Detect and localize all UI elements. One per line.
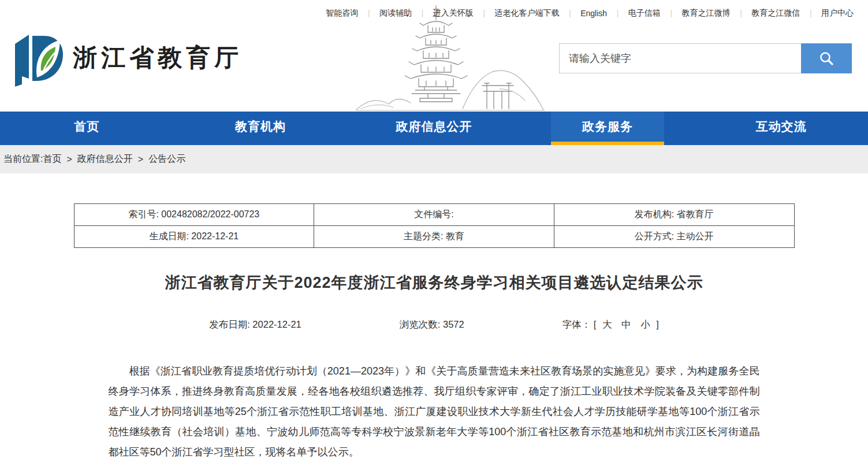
breadcrumb-separator: >: [66, 154, 72, 165]
divider: ｜: [566, 8, 573, 18]
nav-item-interaction[interactable]: 互动交流: [694, 112, 868, 145]
nav-item-education-institutions[interactable]: 教育机构: [174, 112, 348, 145]
font-size-medium-button[interactable]: 中: [621, 319, 631, 329]
site-header: 智能咨询 ｜ 阅读辅助 ｜ 进入关怀版 ｜ 适老化客户端下载 ｜ English…: [0, 0, 868, 112]
font-size-control: 字体： [ 大 中 小 ]: [562, 318, 659, 331]
search-button[interactable]: [801, 43, 852, 73]
divider: ｜: [480, 8, 488, 18]
divider: ｜: [419, 8, 426, 18]
breadcrumb-home[interactable]: 首页: [43, 153, 61, 165]
divider: ｜: [668, 8, 675, 18]
doc-topic-category: 主题分类: 教育: [314, 226, 554, 248]
font-size-small-button[interactable]: 小: [640, 319, 650, 329]
utility-link-weibo[interactable]: 教育之江微博: [675, 8, 737, 18]
site-name: 浙江省教育厅: [73, 42, 243, 74]
utility-link-smart-consult[interactable]: 智能咨询: [319, 8, 365, 18]
divider: ｜: [614, 8, 621, 18]
main-nav: 首页 教育机构 政府信息公开 政务服务 互动交流: [0, 112, 868, 145]
search-icon: [819, 51, 834, 66]
breadcrumb-government-info[interactable]: 政府信息公开: [77, 153, 133, 165]
nav-item-government-services[interactable]: 政务服务: [521, 112, 695, 145]
divider: ｜: [365, 8, 372, 18]
utility-link-elder-client-download[interactable]: 适老化客户端下载: [487, 8, 566, 18]
nav-item-home[interactable]: 首页: [0, 112, 174, 145]
doc-file-number: 文件编号:: [314, 204, 554, 226]
nav-label: 互动交流: [756, 118, 807, 135]
font-size-label: 字体：: [562, 319, 591, 329]
utility-link-email[interactable]: 电子信箱: [621, 8, 668, 18]
nav-item-government-info-disclosure[interactable]: 政府信息公开: [347, 112, 521, 145]
doc-index-number: 索引号: 002482082/2022-00723: [74, 204, 314, 226]
utility-link-user-center[interactable]: 用户中心: [814, 8, 860, 18]
utility-link-wechat[interactable]: 教育之江微信: [744, 8, 807, 18]
bracket: ]: [656, 319, 659, 329]
publish-date: 发布日期: 2022-12-21: [209, 318, 301, 331]
divider: ｜: [737, 8, 745, 18]
nav-label: 教育机构: [235, 118, 286, 135]
utility-link-care-version[interactable]: 进入关怀版: [426, 8, 480, 18]
breadcrumb: 当前位置: 首页 > 政府信息公开 > 公告公示: [0, 145, 868, 173]
table-row: 生成日期: 2022-12-21 主题分类: 教育 公开方式: 主动公开: [74, 226, 794, 248]
publish-date-label: 发布日期:: [209, 319, 250, 329]
site-search: [559, 43, 852, 73]
doc-disclosure-method: 公开方式: 主动公开: [554, 226, 794, 248]
document-info-table: 索引号: 002482082/2022-00723 文件编号: 发布机构: 省教…: [74, 203, 795, 248]
divider: ｜: [807, 8, 814, 18]
utility-bar: 智能咨询 ｜ 阅读辅助 ｜ 进入关怀版 ｜ 适老化客户端下载 ｜ English…: [319, 8, 860, 18]
nav-label: 政府信息公开: [396, 118, 472, 135]
page-title: 浙江省教育厅关于2022年度浙江省服务终身学习相关项目遴选认定结果公示: [0, 272, 868, 293]
view-count: 浏览次数: 3572: [400, 318, 464, 331]
article-meta: 发布日期: 2022-12-21 浏览次数: 3572 字体： [ 大 中 小 …: [0, 318, 868, 331]
book-leaf-logo-icon: [9, 29, 67, 87]
publish-date-value: 2022-12-21: [252, 319, 301, 329]
utility-link-reading-aid[interactable]: 阅读辅助: [372, 8, 419, 18]
view-count-value: 3572: [443, 319, 464, 329]
doc-issuing-agency: 发布机构: 省教育厅: [554, 204, 794, 226]
bracket: [: [594, 319, 597, 329]
breadcrumb-separator: >: [138, 154, 143, 165]
doc-creation-date: 生成日期: 2022-12-21: [74, 226, 314, 248]
font-size-large-button[interactable]: 大: [602, 319, 612, 329]
breadcrumb-announcements[interactable]: 公告公示: [148, 153, 185, 165]
nav-label: 政务服务: [582, 118, 633, 135]
table-row: 索引号: 002482082/2022-00723 文件编号: 发布机构: 省教…: [74, 204, 794, 226]
utility-link-english[interactable]: English: [573, 9, 614, 18]
search-input[interactable]: [559, 43, 801, 73]
site-logo[interactable]: 浙江省教育厅: [9, 29, 243, 87]
article-body-paragraph: 根据《浙江省职业教育提质培优行动计划（2021—2023年）》和《关于高质量营造…: [109, 361, 760, 462]
breadcrumb-prefix: 当前位置:: [3, 153, 43, 165]
view-count-label: 浏览次数:: [400, 319, 441, 329]
pagoda-illustration: [355, 2, 546, 111]
nav-label: 首页: [74, 118, 99, 135]
